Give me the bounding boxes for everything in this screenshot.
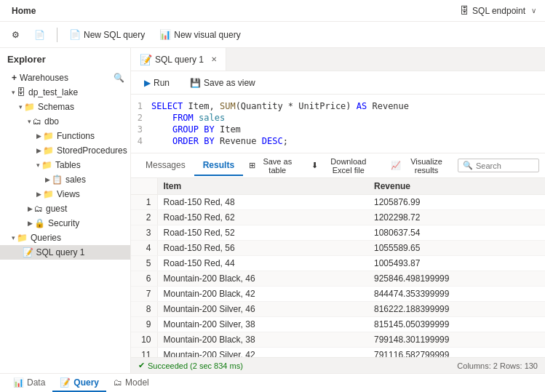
table-row[interactable]: 11 Mountain-200 Silver, 42 791116.582799… — [131, 348, 545, 358]
table-row[interactable]: 6 Mountain-200 Black, 46 925846.49819999… — [131, 271, 545, 287]
table-row[interactable]: 8 Mountain-200 Silver, 46 816222.1883999… — [131, 302, 545, 317]
save-table-label: Save as table — [258, 157, 296, 175]
expand-icon: ▶ — [28, 205, 33, 212]
sidebar-item-tables[interactable]: ▾📁Tables — [0, 158, 130, 172]
save-as-view-button[interactable]: 💾 Save as view — [183, 75, 263, 91]
results-search-box[interactable]: 🔍 — [458, 159, 539, 172]
query-tab-icon: 📝 — [140, 54, 152, 65]
top-bar-chevron[interactable]: ∨ — [528, 5, 539, 16]
run-icon: ▶ — [144, 78, 151, 88]
home-title: Home — [6, 6, 41, 16]
sidebar-add-warehouses[interactable]: + Warehouses 🔍 — [0, 71, 130, 85]
cell-item: Road-150 Red, 56 — [157, 241, 368, 256]
cell-revenue: 1080637.54 — [368, 225, 545, 241]
tab-messages[interactable]: Messages — [137, 156, 194, 176]
item-label: dbo — [44, 116, 59, 127]
item-label: sales — [65, 175, 86, 185]
item-icon: 📁 — [17, 233, 28, 243]
item-label: Functions — [57, 131, 95, 141]
sidebar-item-sql-query-1[interactable]: 📝SQL query 1 — [0, 245, 130, 260]
database-icon: 🗄 — [460, 5, 469, 16]
explorer-title: Explorer — [7, 54, 46, 65]
sidebar-item-dbo[interactable]: ▾🗂dbo — [0, 114, 130, 129]
row-num: 9 — [131, 317, 157, 332]
tab-results[interactable]: Results — [194, 156, 243, 176]
expand-icon: ▶ — [45, 176, 50, 183]
table-row[interactable]: 2 Road-150 Red, 62 1202298.72 — [131, 210, 545, 225]
sidebar-item-functions[interactable]: ▶📁Functions — [0, 129, 130, 143]
download-excel-button[interactable]: ⬇ Download Excel file — [306, 154, 383, 177]
cell-revenue: 791116.582799999 — [368, 348, 545, 358]
sidebar-item-views[interactable]: ▶📁Views — [0, 187, 130, 201]
item-label: Views — [57, 189, 80, 199]
item-label: Queries — [31, 233, 61, 243]
warehouses-label: Warehouses — [20, 73, 68, 83]
table-row[interactable]: 3 Road-150 Red, 52 1080637.54 — [131, 225, 545, 241]
excel-icon: ⬇ — [311, 161, 318, 170]
file-icon: 📄 — [34, 30, 45, 40]
sidebar-item-queries[interactable]: ▾📁Queries — [0, 231, 130, 245]
item-icon: 🗄 — [17, 87, 25, 97]
new-sql-query-label: New SQL query — [84, 30, 145, 40]
save-as-table-button[interactable]: ⊞ Save as table — [243, 154, 302, 177]
nav-query[interactable]: 📝 Query — [52, 374, 106, 392]
col-header-num — [131, 178, 157, 195]
nav-data[interactable]: 📊 Data — [6, 374, 52, 392]
close-icon[interactable]: ✕ — [211, 55, 217, 63]
query-tab-label: SQL query 1 — [155, 55, 204, 65]
table-row[interactable]: 5 Road-150 Red, 44 1005493.87 — [131, 256, 545, 271]
query-tab[interactable]: 📝 SQL query 1 ✕ — [131, 48, 226, 71]
sidebar-item-sales[interactable]: ▶📋sales — [0, 172, 130, 187]
visualize-button[interactable]: 📈 Visualize results — [385, 154, 455, 177]
data-table-wrap[interactable]: Item Revenue 1 Road-150 Red, 48 1205876.… — [131, 178, 545, 357]
results-table: Item Revenue 1 Road-150 Red, 48 1205876.… — [131, 178, 545, 357]
cell-revenue: 1005493.87 — [368, 256, 545, 271]
row-num: 1 — [131, 195, 157, 210]
table-row[interactable]: 7 Mountain-200 Black, 42 844474.35339999… — [131, 287, 545, 302]
sidebar-item-dp_test_lake[interactable]: ▾🗄dp_test_lake — [0, 85, 130, 100]
expand-icon: ▶ — [36, 147, 41, 154]
save-view-label: Save as view — [204, 78, 255, 88]
expand-icon: ▾ — [12, 89, 15, 96]
top-bar: Home 🗄 SQL endpoint ∨ — [0, 0, 545, 22]
item-label: StoredProcedures — [57, 145, 127, 156]
table-row[interactable]: 10 Mountain-200 Black, 38 799148.3011999… — [131, 332, 545, 348]
save-icon: 💾 — [190, 78, 201, 88]
cell-revenue: 1055589.65 — [368, 241, 545, 256]
status-message: Succeeded (2 sec 834 ms) — [148, 361, 243, 370]
item-icon: 📁 — [43, 131, 54, 141]
row-num: 10 — [131, 332, 157, 348]
cell-item: Mountain-200 Silver, 46 — [157, 302, 368, 317]
results-search-input[interactable] — [476, 161, 534, 170]
settings-button[interactable]: ⚙ — [6, 27, 25, 43]
code-editor[interactable]: 1 SELECT Item, SUM(Quantity * UnitPrice)… — [131, 95, 545, 153]
sidebar-item-security[interactable]: ▶🔒Security — [0, 216, 130, 231]
sidebar-item-schemas[interactable]: ▾📁Schemas — [0, 100, 130, 114]
table-row[interactable]: 4 Road-150 Red, 56 1055589.65 — [131, 241, 545, 256]
toolbar-divider — [57, 28, 57, 42]
search-icon[interactable]: 🔍 — [114, 73, 124, 83]
code-line-2: 2 FROM sales — [131, 112, 545, 124]
data-icon: 📊 — [13, 377, 24, 388]
cell-item: Road-150 Red, 48 — [157, 195, 368, 210]
nav-model[interactable]: 🗂 Model — [106, 374, 156, 392]
chart-icon: 📈 — [391, 161, 401, 170]
item-icon: 🔒 — [34, 218, 45, 228]
download-label: Download Excel file — [321, 157, 377, 175]
item-icon: 📝 — [23, 247, 33, 257]
nav-model-label: Model — [125, 377, 149, 388]
add-icon: + — [12, 73, 17, 83]
table-row[interactable]: 9 Mountain-200 Silver, 38 815145.0503999… — [131, 317, 545, 332]
sidebar-item-storedprocedures[interactable]: ▶📁StoredProcedures — [0, 143, 130, 158]
model-icon: 🗂 — [114, 377, 122, 388]
sidebar-item-guest[interactable]: ▶🗂guest — [0, 201, 130, 216]
new-sql-query-button[interactable]: 📄 New SQL query — [63, 26, 151, 43]
expand-icon: ▶ — [28, 220, 33, 227]
nav-data-label: Data — [27, 377, 45, 388]
content-area: 📝 SQL query 1 ✕ ▶ Run 💾 Save as view 1 S… — [131, 48, 545, 373]
file-button[interactable]: 📄 — [28, 27, 51, 43]
run-button[interactable]: ▶ Run — [137, 75, 177, 91]
new-visual-query-button[interactable]: 📊 New visual query — [154, 26, 246, 43]
table-row[interactable]: 1 Road-150 Red, 48 1205876.99 — [131, 195, 545, 210]
cell-item: Mountain-200 Silver, 42 — [157, 348, 368, 358]
